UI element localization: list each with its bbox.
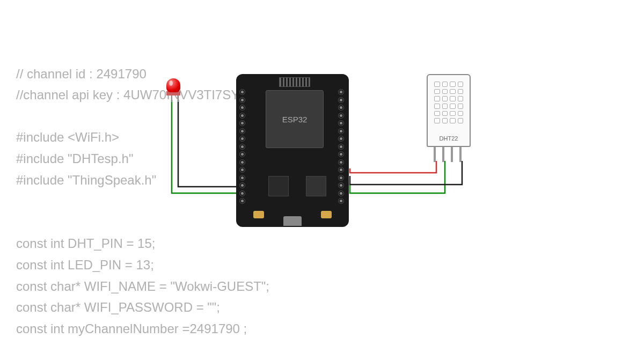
pin[interactable] <box>338 136 344 142</box>
pin[interactable] <box>338 159 344 165</box>
pin[interactable] <box>338 89 344 95</box>
grille-slot <box>458 96 464 101</box>
esp32-chip: ESP32 <box>266 90 324 148</box>
dht-pin-gnd[interactable] <box>459 147 462 162</box>
boot-button[interactable] <box>321 211 332 218</box>
grille-slot <box>450 82 456 87</box>
pin[interactable] <box>338 144 344 150</box>
pin[interactable] <box>239 182 245 188</box>
grille-slot <box>442 118 448 123</box>
pin[interactable] <box>239 198 245 204</box>
pin-header-right <box>338 89 346 204</box>
grille-slot <box>450 96 456 101</box>
pin[interactable] <box>338 128 344 134</box>
dht22-label: DHT22 <box>428 135 470 142</box>
pin[interactable] <box>239 120 245 126</box>
grille-slot <box>450 118 456 123</box>
grille-slot <box>434 118 440 123</box>
pin[interactable] <box>239 175 245 181</box>
grille-slot <box>458 111 464 116</box>
pin[interactable] <box>338 113 344 119</box>
pin[interactable] <box>239 167 245 173</box>
dht22-grille <box>434 82 463 123</box>
grille-slot <box>450 111 456 116</box>
grille-slot <box>458 104 464 109</box>
pin-header-left <box>239 89 247 204</box>
grille-slot <box>434 82 440 87</box>
led-red[interactable] <box>166 78 182 101</box>
pin[interactable] <box>338 105 344 111</box>
pin[interactable] <box>338 97 344 103</box>
grille-slot <box>458 118 464 123</box>
wire-dht-vcc <box>350 161 436 173</box>
dht-pin-nc[interactable] <box>451 147 453 162</box>
en-button[interactable] <box>253 211 264 218</box>
usb-serial-chip <box>306 176 326 196</box>
pin[interactable] <box>338 167 344 173</box>
pin[interactable] <box>239 190 245 196</box>
grille-slot <box>442 82 448 87</box>
pin[interactable] <box>239 105 245 111</box>
grille-slot <box>442 89 448 94</box>
dht-pin-sda[interactable] <box>442 147 444 162</box>
dht22-sensor[interactable]: DHT22 <box>427 74 471 147</box>
grille-slot <box>442 104 448 109</box>
grille-slot <box>458 82 464 87</box>
pin[interactable] <box>338 120 344 126</box>
pin[interactable] <box>239 159 245 165</box>
regulator-chip <box>268 176 289 196</box>
grille-slot <box>434 89 440 94</box>
esp32-board[interactable]: ESP32 <box>236 74 349 227</box>
esp32-label: ESP32 <box>282 115 308 124</box>
wire-led-anode <box>172 100 240 193</box>
pin[interactable] <box>239 144 245 150</box>
grille-slot <box>450 89 456 94</box>
pin[interactable] <box>239 113 245 119</box>
dht-pin-vcc[interactable] <box>434 147 436 162</box>
pin[interactable] <box>338 190 344 196</box>
grille-slot <box>434 96 440 101</box>
led-bulb <box>166 78 180 92</box>
pin[interactable] <box>239 97 245 103</box>
grille-slot <box>434 111 440 116</box>
pin[interactable] <box>239 136 245 142</box>
grille-slot <box>442 96 448 101</box>
pin[interactable] <box>239 151 245 157</box>
grille-slot <box>458 89 464 94</box>
pin[interactable] <box>338 151 344 157</box>
pin[interactable] <box>338 198 344 204</box>
pin[interactable] <box>338 182 344 188</box>
grille-slot <box>450 104 456 109</box>
wire-dht-data <box>350 161 445 193</box>
grille-slot <box>434 104 440 109</box>
pin[interactable] <box>338 175 344 181</box>
grille-slot <box>442 111 448 116</box>
esp32-antenna <box>279 77 310 87</box>
usb-port <box>283 216 302 226</box>
led-glare-icon <box>169 80 173 86</box>
pin[interactable] <box>239 128 245 134</box>
pin[interactable] <box>239 89 245 95</box>
dht22-pins <box>434 147 462 162</box>
